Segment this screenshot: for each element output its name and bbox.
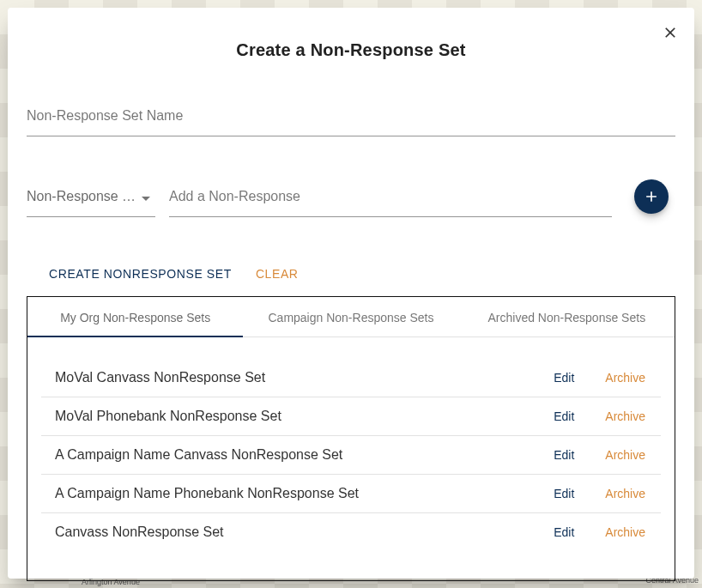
set-name: MoVal Canvass NonResponse Set [55,370,538,385]
chevron-down-icon [136,189,155,204]
edit-button[interactable]: Edit [538,525,590,539]
edit-button[interactable]: Edit [538,448,590,462]
close-icon [662,24,679,41]
sets-panel: My Org Non-Response Sets Campaign Non-Re… [27,296,675,581]
clear-button[interactable]: CLEAR [256,267,299,281]
modal-title: Create a Non-Response Set [8,8,694,60]
list-item: Canvass NonResponse Set Edit Archive [41,513,661,551]
create-nonresponse-set-button[interactable]: CREATE NONRESPONSE SET [49,267,232,281]
add-nonresponse-button[interactable] [634,179,669,214]
edit-button[interactable]: Edit [538,371,590,385]
add-nonresponse-input[interactable]: Add a Non-Response [169,176,612,217]
set-name: A Campaign Name Canvass NonResponse Set [55,447,538,463]
list-item: A Campaign Name Canvass NonResponse Set … [41,436,661,475]
nonresponse-set-name-input[interactable]: Non-Response Set Name [27,95,675,136]
archive-button[interactable]: Archive [590,525,661,539]
create-nonresponse-set-modal: Create a Non-Response Set Non-Response S… [8,8,694,579]
add-placeholder: Add a Non-Response [169,189,300,204]
archive-button[interactable]: Archive [590,409,661,423]
edit-button[interactable]: Edit [538,487,590,500]
list-item: MoVal Phonebank NonResponse Set Edit Arc… [41,397,661,436]
nonresponse-type-select[interactable]: Non-Response T… [27,176,155,217]
tab-archived[interactable]: Archived Non-Response Sets [459,297,675,336]
archive-button[interactable]: Archive [590,448,661,462]
set-name: A Campaign Name Phonebank NonResponse Se… [55,486,538,501]
tab-my-org[interactable]: My Org Non-Response Sets [27,297,243,336]
edit-button[interactable]: Edit [538,409,590,423]
set-name: MoVal Phonebank NonResponse Set [55,409,538,424]
set-name: Canvass NonResponse Set [55,524,538,540]
archive-button[interactable]: Archive [590,371,661,385]
type-select-label: Non-Response T… [27,189,136,204]
tab-campaign[interactable]: Campaign Non-Response Sets [243,297,458,336]
close-button[interactable] [662,24,682,45]
name-placeholder: Non-Response Set Name [27,108,183,124]
list-item: A Campaign Name Phonebank NonResponse Se… [41,475,661,513]
sets-list: MoVal Canvass NonResponse Set Edit Archi… [27,337,675,551]
archive-button[interactable]: Archive [590,487,661,500]
sets-tabs: My Org Non-Response Sets Campaign Non-Re… [27,297,675,337]
list-item: MoVal Canvass NonResponse Set Edit Archi… [41,359,661,397]
plus-icon [643,188,660,205]
